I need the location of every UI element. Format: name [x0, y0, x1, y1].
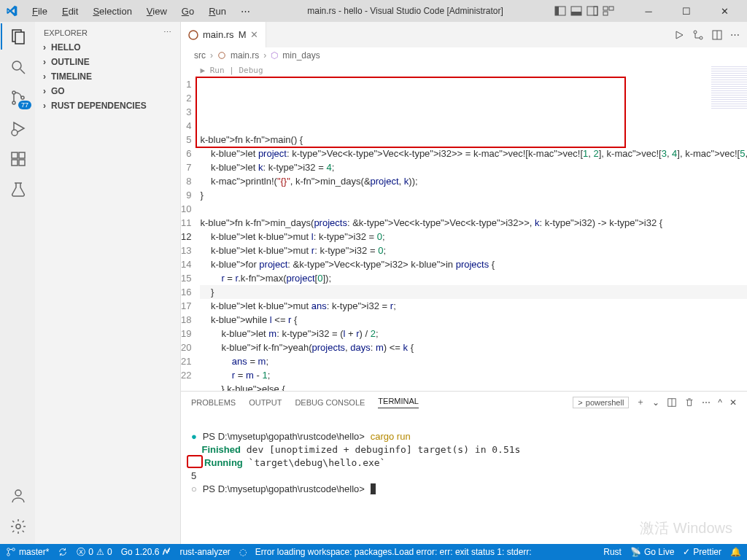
svg-point-30 [219, 52, 225, 59]
explorer-sidebar: EXPLORER ⋯ ›HELLO ›OUTLINE ›TIMELINE ›GO… [35, 22, 181, 544]
layout-panel-right-icon[interactable] [587, 5, 598, 17]
svg-rect-1 [555, 7, 559, 15]
menu-file[interactable]: File [26, 3, 53, 20]
vscode-logo-icon [6, 5, 18, 17]
bottom-panel: PROBLEMS OUTPUT DEBUG CONSOLE TERMINAL >… [181, 391, 747, 544]
status-loading-spinner: ◌ [239, 547, 247, 557]
menu-go[interactable]: Go [176, 3, 200, 20]
run-icon[interactable] [673, 29, 685, 41]
svg-point-13 [12, 91, 15, 94]
panel-maximize-icon[interactable]: ^ [718, 397, 722, 408]
section-outline[interactable]: ›OUTLINE [35, 55, 180, 69]
status-sync[interactable] [58, 547, 68, 557]
svg-point-23 [16, 524, 20, 529]
menu-selection[interactable]: Selection [87, 3, 137, 20]
section-go[interactable]: ›GO [35, 84, 180, 98]
panel-tab-terminal[interactable]: TERMINAL [378, 397, 419, 408]
window-minimize[interactable]: ─ [632, 0, 665, 22]
explorer-icon[interactable] [9, 28, 27, 45]
explorer-title: EXPLORER [44, 28, 88, 37]
panel-tab-debug[interactable]: DEBUG CONSOLE [295, 398, 365, 407]
layout-panel-bottom-icon[interactable] [570, 5, 582, 17]
search-icon[interactable] [9, 58, 27, 76]
status-language[interactable]: Rust [603, 547, 622, 557]
terminal[interactable]: ● PS D:\mysetup\gopath\rustcode\hello> c… [181, 413, 747, 544]
svg-point-22 [15, 490, 21, 496]
svg-point-26 [694, 31, 697, 34]
title-bar: File Edit Selection View Go Run ⋯ main.r… [0, 0, 747, 22]
status-go-version[interactable]: Go 1.20.6 🗲 [121, 547, 171, 557]
svg-point-11 [12, 61, 21, 70]
status-rust-analyzer[interactable]: rust-analyzer [179, 547, 230, 557]
svg-point-34 [7, 553, 10, 556]
function-icon: ⬡ [271, 50, 278, 61]
svg-rect-10 [15, 32, 24, 44]
panel-close-icon[interactable]: ✕ [729, 397, 737, 408]
testing-icon[interactable] [9, 181, 27, 198]
status-branch[interactable]: master* [6, 547, 49, 557]
svg-rect-4 [587, 7, 597, 15]
layout-customize-icon[interactable] [603, 5, 614, 17]
section-timeline[interactable]: ›TIMELINE [35, 69, 180, 84]
section-rust-deps[interactable]: ›RUST DEPENDENCIES [35, 98, 180, 113]
svg-rect-19 [12, 160, 18, 166]
menu-view[interactable]: View [141, 3, 173, 20]
shell-selector[interactable]: >powershell [573, 397, 629, 408]
svg-point-27 [700, 36, 703, 39]
explorer-more-icon[interactable]: ⋯ [163, 28, 171, 37]
code-content[interactable]: ▶ Run | Debug k-blue">fn k-fn">main() { … [200, 63, 747, 391]
accounts-icon[interactable] [9, 487, 27, 505]
svg-point-35 [12, 548, 15, 551]
status-notifications-icon[interactable]: 🔔 [730, 547, 741, 557]
panel-tab-output[interactable]: OUTPUT [249, 398, 282, 407]
annotation-box-output [187, 455, 203, 468]
source-control-icon[interactable]: 77 [9, 89, 27, 106]
status-error-msg[interactable]: Error loading workspace: packages.Load e… [255, 547, 533, 557]
svg-rect-8 [603, 12, 608, 15]
diff-icon[interactable] [692, 29, 704, 41]
svg-rect-20 [19, 160, 25, 166]
kill-terminal-icon[interactable] [684, 397, 694, 408]
window-title: main.rs - hello - Visual Studio Code [Ad… [259, 6, 551, 16]
svg-point-14 [12, 101, 15, 104]
menu-edit[interactable]: Edit [56, 3, 84, 20]
tab-label: main.rs [203, 29, 234, 40]
rust-file-icon [217, 51, 226, 60]
status-errors[interactable]: ⓧ 0 ⚠ 0 [77, 546, 112, 559]
window-maximize[interactable]: ☐ [670, 0, 703, 22]
svg-marker-25 [676, 31, 683, 39]
svg-rect-3 [571, 12, 581, 15]
svg-rect-18 [12, 152, 18, 158]
tab-main-rs[interactable]: main.rs M ✕ [181, 22, 266, 47]
editor-more-icon[interactable]: ⋯ [730, 29, 740, 40]
run-debug-icon[interactable] [9, 120, 27, 137]
menu-run[interactable]: Run [203, 3, 232, 20]
editor-tabs: main.rs M ✕ ⋯ [181, 22, 747, 47]
svg-rect-21 [19, 152, 25, 158]
editor[interactable]: 12345678910111213141516171819202122 ▶ Ru… [181, 63, 747, 391]
svg-point-17 [12, 130, 18, 136]
svg-rect-7 [609, 7, 614, 10]
panel-more-icon[interactable]: ⋯ [702, 397, 711, 408]
status-go-live[interactable]: 📡 Go Live [630, 547, 674, 557]
status-bar: master* ⓧ 0 ⚠ 0 Go 1.20.6 🗲 rust-analyze… [0, 544, 747, 560]
split-terminal-icon[interactable] [667, 397, 677, 408]
split-editor-icon[interactable] [711, 29, 723, 41]
menu-more[interactable]: ⋯ [235, 3, 256, 20]
new-terminal-icon[interactable]: ＋ [636, 396, 645, 408]
section-hello[interactable]: ›HELLO [35, 40, 180, 55]
codelens-run-debug[interactable]: ▶ Run | Debug [200, 63, 263, 77]
breadcrumbs[interactable]: src› main.rs› ⬡ min_days [181, 47, 747, 63]
panel-tab-problems[interactable]: PROBLEMS [191, 398, 236, 407]
tab-close-icon[interactable]: ✕ [250, 29, 258, 40]
svg-point-24 [189, 31, 198, 39]
extensions-icon[interactable] [9, 150, 27, 168]
settings-gear-icon[interactable] [9, 518, 27, 535]
terminal-dropdown-icon[interactable]: ⌄ [652, 397, 659, 408]
rust-file-icon [188, 30, 198, 40]
window-close[interactable]: ✕ [708, 0, 741, 22]
layout-panel-left-icon[interactable] [554, 5, 566, 17]
svg-rect-5 [594, 7, 597, 15]
svg-rect-6 [603, 7, 608, 10]
status-prettier[interactable]: ✓ Prettier [683, 547, 721, 557]
